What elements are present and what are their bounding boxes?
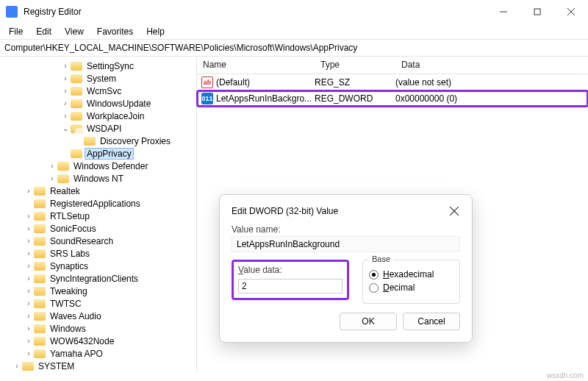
list-row[interactable]: 011LetAppsRunInBackgro...REG_DWORD0x0000… (197, 90, 588, 107)
tree-item-label: Realtek (49, 186, 82, 196)
tree-item-label: SYSTEM (37, 361, 76, 371)
expand-icon[interactable]: › (47, 174, 57, 184)
list-header: Name Type Data (197, 57, 588, 74)
list-row[interactable]: ab(Default)REG_SZ(value not set) (197, 74, 588, 90)
col-type[interactable]: Type (315, 57, 395, 74)
tree-item[interactable]: ⌄WSDAPI (1, 122, 196, 135)
edit-dword-dialog: Edit DWORD (32-bit) Value Value name: Le… (219, 194, 473, 343)
tree-item-label: SonicFocus (49, 224, 98, 234)
folder-icon (34, 224, 46, 233)
menu-view[interactable]: View (59, 25, 90, 38)
cancel-button[interactable]: Cancel (403, 313, 460, 330)
maximize-button[interactable] (520, 0, 554, 24)
base-legend: Base (369, 254, 393, 263)
tree-item[interactable]: ›Synaptics (1, 260, 196, 272)
expand-icon[interactable]: › (24, 186, 34, 196)
tree-item[interactable]: ›RTLSetup (1, 210, 196, 222)
expand-icon[interactable]: › (60, 86, 71, 96)
tree-item-label: Windows Defender (72, 161, 149, 171)
tree-item[interactable]: ›TWTSC (1, 297, 196, 310)
tree-item-label: Windows (49, 324, 87, 334)
expand-icon[interactable]: › (24, 336, 34, 346)
tree-item[interactable]: ›WcmSvc (1, 85, 196, 97)
ok-button[interactable]: OK (340, 313, 397, 330)
radio-hexadecimal[interactable]: Hexadecimal (369, 269, 453, 279)
expand-icon[interactable]: › (24, 324, 34, 334)
tree-item[interactable]: Discovery Proxies (1, 135, 196, 147)
expand-icon[interactable]: › (24, 299, 34, 309)
tree-item[interactable]: ›SonicFocus (1, 222, 196, 235)
folder-icon (71, 62, 82, 71)
radio-icon (369, 283, 379, 293)
list-body: ab(Default)REG_SZ(value not set)011LetAp… (197, 74, 588, 107)
value-data: (value not set) (395, 77, 588, 88)
tree-item[interactable]: AppPrivacy (1, 147, 196, 160)
menu-help[interactable]: Help (140, 25, 171, 38)
close-button[interactable] (554, 0, 588, 24)
tree-item-label: SRS Labs (49, 249, 91, 259)
svg-rect-1 (534, 9, 540, 15)
expand-icon[interactable] (24, 199, 34, 209)
tree-item-label: SyncIntegrationClients (49, 274, 140, 284)
folder-icon (84, 137, 96, 146)
tree-item[interactable]: ›Realtek (1, 185, 196, 197)
folder-icon (71, 112, 82, 121)
radio-decimal[interactable]: Decimal (369, 282, 453, 293)
expand-icon[interactable]: › (24, 349, 34, 359)
menu-favorites[interactable]: Favorites (91, 25, 139, 38)
expand-icon[interactable]: › (24, 236, 34, 246)
expand-icon[interactable]: › (24, 261, 34, 271)
tree-item[interactable]: ›Windows (1, 322, 196, 335)
expand-icon[interactable]: › (24, 249, 34, 259)
folder-icon (34, 337, 46, 346)
tree-item[interactable]: ›Yamaha APO (1, 347, 196, 360)
menubar: File Edit View Favorites Help (0, 24, 588, 40)
menu-file[interactable]: File (3, 25, 29, 38)
tree-item[interactable]: ›SRS Labs (1, 247, 196, 260)
tree-item[interactable]: ›Waves Audio (1, 310, 196, 322)
tree-item[interactable]: ›Windows NT (1, 172, 196, 185)
expand-icon[interactable]: › (24, 224, 34, 234)
tree-item[interactable]: ›System (1, 72, 196, 85)
expand-icon[interactable]: › (60, 61, 71, 71)
tree-item[interactable]: ›WorkplaceJoin (1, 110, 196, 122)
col-data[interactable]: Data (395, 57, 588, 74)
expand-icon[interactable] (60, 149, 71, 159)
expand-icon[interactable]: ⌄ (60, 124, 71, 134)
expand-icon[interactable]: › (24, 286, 34, 296)
tree-item[interactable]: ›SyncIntegrationClients (1, 272, 196, 285)
tree-item[interactable]: ›SettingSync (1, 60, 196, 72)
tree-item[interactable]: RegisteredApplications (1, 197, 196, 210)
tree-item-label: Yamaha APO (49, 349, 104, 359)
valuedata-input[interactable] (238, 279, 343, 293)
radio-icon (369, 270, 379, 279)
expand-icon[interactable]: › (24, 311, 34, 321)
folder-icon (34, 274, 46, 283)
expand-icon[interactable]: › (60, 74, 71, 84)
tree-item[interactable]: ›WOW6432Node (1, 335, 196, 347)
registry-tree[interactable]: ›SettingSync›System›WcmSvc›WindowsUpdate… (0, 57, 197, 371)
expand-icon[interactable]: › (60, 111, 71, 121)
expand-icon[interactable]: › (47, 161, 57, 171)
col-name[interactable]: Name (197, 57, 315, 74)
expand-icon[interactable]: › (24, 211, 34, 221)
menu-edit[interactable]: Edit (30, 25, 57, 38)
tree-item[interactable]: ›Windows Defender (1, 160, 196, 172)
tree-item[interactable]: ›Tweaking (1, 285, 196, 297)
tree-item[interactable]: ›WindowsUpdate (1, 97, 196, 110)
minimize-button[interactable] (487, 0, 520, 24)
titlebar: Registry Editor (0, 0, 588, 24)
expand-icon[interactable]: › (60, 99, 71, 109)
dialog-title: Edit DWORD (32-bit) Value (232, 206, 448, 216)
close-icon[interactable] (448, 205, 460, 217)
expand-icon[interactable] (74, 136, 84, 146)
folder-icon (34, 249, 46, 258)
tree-item[interactable]: ›SYSTEM (1, 360, 196, 371)
valuename-field: LetAppsRunInBackground (232, 236, 460, 252)
expand-icon[interactable]: › (12, 361, 22, 371)
address-bar[interactable]: Computer\HKEY_LOCAL_MACHINE\SOFTWARE\Pol… (0, 40, 588, 57)
tree-item[interactable]: ›SoundResearch (1, 235, 196, 247)
expand-icon[interactable]: › (24, 274, 34, 284)
valuename-label: Value name: (232, 224, 460, 235)
tree-item-label: WOW6432Node (49, 336, 115, 346)
